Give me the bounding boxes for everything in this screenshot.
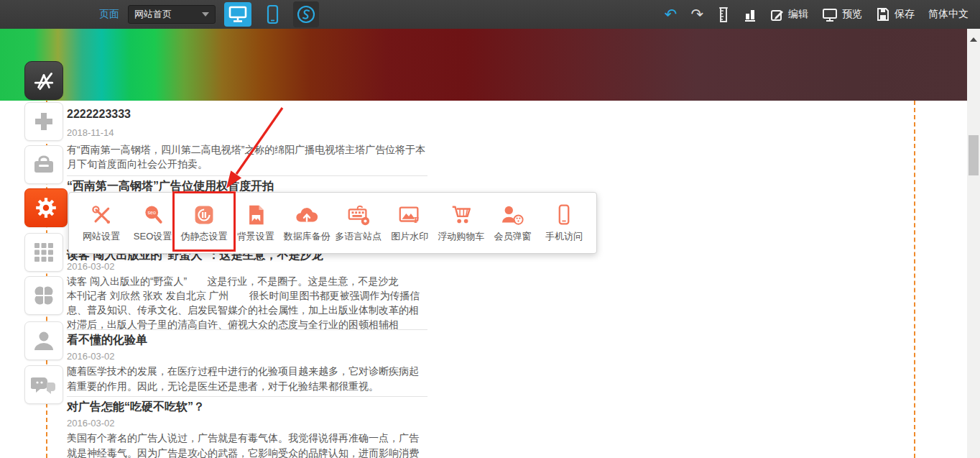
toolbox-icon <box>32 153 56 176</box>
page-select-dropdown[interactable]: 网站首页 <box>128 5 216 24</box>
page-select-value: 网站首页 <box>134 8 172 21</box>
menu-item-label: SEO设置 <box>134 230 172 243</box>
mobile-icon <box>553 203 575 227</box>
sidebar-item-toolbox[interactable] <box>24 145 63 184</box>
member-popup-icon <box>500 203 524 227</box>
seo-icon: seo <box>142 203 165 227</box>
gear-icon <box>34 196 58 220</box>
mobile-view-button[interactable] <box>260 2 285 27</box>
statistics-button[interactable] <box>744 7 757 22</box>
link-mode-button[interactable] <box>293 1 319 27</box>
article-date: 2016-03-02 <box>67 351 115 362</box>
settings-popup: 网站设置 seo SEO设置 伪静态设置 背景设置 数据库备 <box>68 192 597 254</box>
grid-icon <box>33 242 55 263</box>
sidebar-item-add[interactable] <box>24 102 63 141</box>
save-button[interactable]: 保存 <box>876 7 915 22</box>
menu-item-site-settings[interactable]: 网站设置 <box>76 203 126 243</box>
page-label: 页面 <box>99 8 119 21</box>
edit-label: 编辑 <box>788 8 808 21</box>
menu-item-member-popup[interactable]: 会员弹窗 <box>487 203 537 243</box>
mobile-view-icon <box>267 4 279 24</box>
watermark-icon: T <box>397 203 422 227</box>
chat-icon <box>31 373 57 396</box>
menu-item-seo-settings[interactable]: seo SEO设置 <box>128 203 178 243</box>
article-date: 2016-03-02 <box>67 261 115 272</box>
menu-item-label: 图片水印 <box>391 230 428 243</box>
scrollbar[interactable] <box>967 29 980 458</box>
article-excerpt: 随着医学技术的发展，在医疗过程中进行的化验项目越来越多，它对诊断疾病起着重要的作… <box>67 364 427 394</box>
undo-icon[interactable]: ↶ <box>665 7 678 22</box>
article-date: 2016-03-02 <box>67 418 115 429</box>
preview-button[interactable]: 预览 <box>822 7 862 22</box>
clover-icon <box>32 284 55 307</box>
menu-item-label: 会员弹窗 <box>494 230 531 243</box>
svg-text:T: T <box>413 215 419 225</box>
article-title[interactable]: 2222223333 <box>67 108 131 121</box>
scrollbar-thumb[interactable] <box>969 135 979 175</box>
sidebar-item-member[interactable] <box>24 321 63 360</box>
ruler-icon <box>717 6 730 23</box>
database-backup-icon <box>295 203 319 227</box>
plus-icon <box>33 111 55 132</box>
person-icon <box>32 329 55 352</box>
sidebar-item-widgets[interactable] <box>24 276 63 315</box>
menu-item-mobile-access[interactable]: 手机访问 <box>539 203 589 243</box>
menu-item-label: 手机访问 <box>545 230 583 243</box>
menu-item-label: 浮动购物车 <box>438 230 484 243</box>
edit-pencil-icon <box>770 8 784 22</box>
article-excerpt: 美国有个著名的广告人说过，广告就是有毒气体。我觉得说得再准确一点，广告就是神经毒… <box>67 431 427 458</box>
menu-item-label: 数据库备份 <box>284 230 330 243</box>
editor-toolbar: 页面 网站首页 ↶ ↷ <box>0 0 980 29</box>
preview-label: 预览 <box>842 8 862 21</box>
divider <box>67 329 427 330</box>
preview-monitor-icon <box>822 7 838 22</box>
page-banner <box>0 29 967 101</box>
bar-chart-icon <box>744 7 757 22</box>
menu-item-pseudo-static-settings[interactable]: 伪静态设置 <box>179 203 229 243</box>
save-label: 保存 <box>895 8 915 21</box>
menu-item-multilanguage-site[interactable]: 多语言站点 <box>333 203 384 243</box>
scrollbar-up-arrow-icon[interactable] <box>970 37 977 42</box>
menu-item-label: 网站设置 <box>83 230 120 243</box>
tools-icon <box>90 203 113 227</box>
article-list: 2222223333 2018-11-14 有“西南第一高钢塔，四川第二高电视塔… <box>0 101 967 458</box>
language-selector[interactable]: 简体中文 <box>928 8 969 21</box>
article-title[interactable]: 看不懂的化验单 <box>67 333 147 348</box>
article-excerpt: 读客 闯入出版业的“野蛮人” 这是行业，不是圈子。这是生意，不是沙龙 本刊记者 … <box>67 274 427 331</box>
divider <box>67 175 427 176</box>
article-date: 2018-11-14 <box>67 127 114 138</box>
menu-item-database-backup[interactable]: 数据库备份 <box>282 203 332 243</box>
cart-icon <box>449 203 473 227</box>
redo-icon[interactable]: ↷ <box>690 7 703 22</box>
article-excerpt: 有“西南第一高钢塔，四川第二高电视塔”之称的绵阳广播电视塔主塔广告位将于本月下旬… <box>67 142 427 171</box>
pseudo-static-icon <box>193 203 216 227</box>
link-icon <box>295 4 317 25</box>
save-floppy-icon <box>876 7 890 22</box>
divider <box>67 396 427 397</box>
sidebar-item-modules[interactable] <box>24 233 63 272</box>
chevron-down-icon <box>202 12 209 17</box>
sidebar-item-chat[interactable] <box>24 365 63 404</box>
svg-text:seo: seo <box>147 210 156 216</box>
ruler-button[interactable] <box>717 6 730 23</box>
background-icon <box>244 203 267 227</box>
desktop-view-button[interactable] <box>224 2 251 27</box>
multilanguage-icon <box>346 203 371 227</box>
sidebar-item-app-builder[interactable] <box>24 61 63 100</box>
menu-item-label: 多语言站点 <box>335 230 382 243</box>
app-logo-icon <box>32 70 56 91</box>
menu-item-label: 背景设置 <box>237 230 274 243</box>
menu-item-floating-cart[interactable]: 浮动购物车 <box>436 203 486 243</box>
article-title[interactable]: 对广告怎能“吃硬不吃软”？ <box>67 400 205 415</box>
desktop-icon <box>228 5 248 24</box>
menu-item-label: 伪静态设置 <box>181 230 228 243</box>
sidebar-item-settings[interactable] <box>24 188 68 227</box>
menu-item-image-watermark[interactable]: T 图片水印 <box>384 203 435 243</box>
menu-item-background-settings[interactable]: 背景设置 <box>231 203 281 243</box>
edit-button[interactable]: 编辑 <box>770 8 808 22</box>
